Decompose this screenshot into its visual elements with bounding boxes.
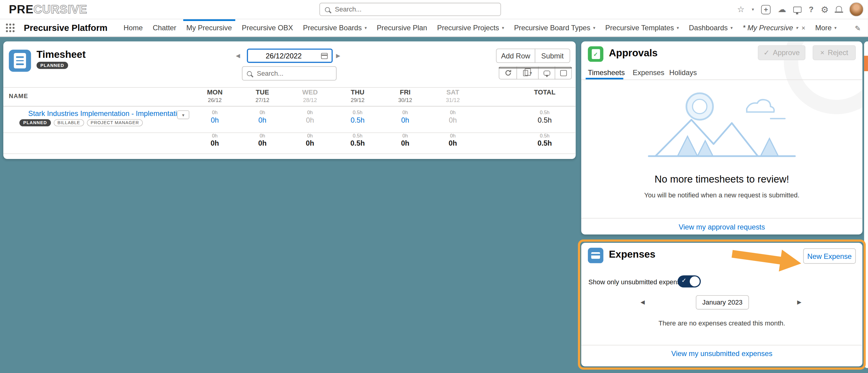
global-search[interactable] bbox=[319, 3, 501, 16]
global-search-input[interactable] bbox=[335, 5, 490, 13]
favorites-star-icon[interactable]: ☆ bbox=[737, 4, 745, 15]
help-icon[interactable]: ? bbox=[809, 5, 813, 13]
tab-timesheets[interactable]: Timesheets bbox=[588, 68, 625, 77]
chevron-down-icon[interactable]: ▾ bbox=[677, 25, 679, 30]
calendar-icon[interactable] bbox=[321, 53, 328, 59]
prev-month-arrow[interactable]: ◀ bbox=[641, 299, 645, 305]
nav-label: Precursive Projects bbox=[437, 24, 499, 32]
nav-item-precursive-obx[interactable]: Precursive OBX bbox=[237, 19, 298, 36]
reject-label: Reject bbox=[828, 49, 848, 57]
tab-holidays[interactable]: Holidays bbox=[669, 68, 697, 77]
view-approval-requests-link[interactable]: View my approval requests bbox=[679, 223, 765, 231]
project-manager-badge: PROJECT MANAGER bbox=[87, 119, 143, 126]
app-name: Precursive Platform bbox=[24, 23, 108, 33]
nav-item-precursive-plan[interactable]: Precursive Plan bbox=[372, 19, 432, 36]
calendar-view-button[interactable] bbox=[555, 66, 572, 80]
day-total: 0h bbox=[429, 139, 476, 147]
planned-hours: 0h bbox=[191, 110, 238, 115]
nav-item-precursive-board-types[interactable]: Precursive Board Types▾ bbox=[509, 19, 600, 36]
nav-item-precursive-templates[interactable]: Precursive Templates▾ bbox=[600, 19, 684, 36]
project-row-link[interactable]: Stark Industries Implementation - Implem… bbox=[28, 109, 185, 117]
chevron-down-icon[interactable]: ▾ bbox=[502, 25, 504, 30]
timesheet-cell-tue[interactable]: 0h0h bbox=[239, 110, 286, 124]
expenses-icon-doc bbox=[591, 252, 600, 259]
timesheet-search[interactable] bbox=[242, 66, 337, 81]
quick-add-icon[interactable]: + bbox=[761, 4, 771, 14]
approvals-empty-title: No more timesheets to review! bbox=[581, 174, 863, 185]
day-label: SAT bbox=[429, 88, 476, 96]
reject-button[interactable]: ×Reject bbox=[813, 45, 856, 60]
copy-button[interactable]: ▾ bbox=[517, 66, 539, 80]
nav-item-temp-my-precursive[interactable]: * My Precursive▾× bbox=[738, 19, 810, 36]
column-header-tue: TUE27/12 bbox=[239, 88, 286, 103]
nav-item-more[interactable]: More▾ bbox=[810, 19, 842, 36]
hours-link[interactable]: 0h bbox=[381, 116, 429, 124]
avatar[interactable] bbox=[849, 2, 864, 16]
timesheet-cell-thu[interactable]: 0.5h0.5h bbox=[334, 110, 381, 124]
approve-button[interactable]: ✓Approve bbox=[758, 45, 805, 60]
nav-item-home[interactable]: Home bbox=[119, 19, 148, 36]
day-total: 0.5h bbox=[334, 139, 381, 147]
prev-day-arrow[interactable]: ◀ bbox=[236, 52, 240, 58]
new-expense-button[interactable]: New Expense bbox=[803, 248, 856, 264]
unsubmitted-toggle-label: Show only unsubmitted expenses bbox=[589, 278, 687, 286]
close-icon[interactable]: × bbox=[802, 24, 805, 32]
nav-item-my-precursive[interactable]: My Precursive bbox=[181, 19, 237, 36]
hours-link[interactable]: 0.5h bbox=[334, 116, 381, 124]
chevron-down-icon[interactable]: ▾ bbox=[731, 25, 733, 30]
next-month-arrow[interactable]: ▶ bbox=[797, 299, 802, 305]
next-day-arrow[interactable]: ▶ bbox=[336, 52, 340, 58]
chevron-down-icon[interactable]: ▾ bbox=[365, 25, 367, 30]
tab-expenses[interactable]: Expenses bbox=[633, 68, 664, 77]
hours-link[interactable]: 0h bbox=[239, 116, 286, 124]
chevron-down-icon[interactable]: ▾ bbox=[593, 25, 595, 30]
refresh-button[interactable] bbox=[499, 66, 517, 80]
expenses-empty-text: There are no expenses created this month… bbox=[581, 319, 863, 327]
nav-item-precursive-projects[interactable]: Precursive Projects▾ bbox=[432, 19, 509, 36]
timesheet-icon-toolbar: ▾ bbox=[499, 66, 572, 80]
expenses-icon bbox=[588, 248, 603, 263]
unsubmitted-toggle[interactable]: ✓ bbox=[678, 275, 701, 287]
nav-item-dashboards[interactable]: Dashboards▾ bbox=[684, 19, 738, 36]
planned-hours: 0h bbox=[239, 110, 286, 115]
header-actions: ☆ ▾ + ☁ ? ⚙ bbox=[737, 0, 864, 19]
timesheet-cell-mon[interactable]: 0h0h bbox=[191, 110, 238, 124]
planned-badge: PLANNED bbox=[19, 119, 51, 126]
approvals-icon-doc: ✓ bbox=[592, 49, 600, 59]
edit-pencil-icon[interactable]: ✎ bbox=[855, 19, 861, 37]
hours-link[interactable]: 0h bbox=[191, 116, 238, 124]
totals-cell-tue: 0h0h bbox=[239, 133, 286, 147]
date-label: 30/12 bbox=[381, 97, 429, 103]
cloud-icon[interactable]: ☁ bbox=[778, 4, 786, 15]
row-dropdown-button[interactable]: ▼ bbox=[177, 111, 189, 119]
view-unsubmitted-expenses-link[interactable]: View my unsubmitted expenses bbox=[672, 349, 772, 357]
display-icon[interactable] bbox=[793, 6, 802, 12]
gear-icon[interactable]: ⚙ bbox=[821, 4, 829, 15]
timesheet-icon-doc bbox=[14, 53, 26, 68]
nav-label: More bbox=[815, 24, 831, 32]
global-header: PRECURSIVE ☆ ▾ + ☁ ? ⚙ bbox=[0, 0, 868, 19]
billable-badge: BILLABLE bbox=[54, 119, 84, 126]
planned-hours: 0.5h bbox=[334, 110, 381, 115]
comments-button[interactable] bbox=[538, 66, 555, 80]
app-launcher-icon[interactable] bbox=[5, 23, 15, 33]
month-selector[interactable]: January 2023 bbox=[696, 295, 749, 309]
column-header-wed: WED28/12 bbox=[286, 88, 334, 103]
chevron-down-icon[interactable]: ▾ bbox=[834, 25, 837, 30]
date-input[interactable] bbox=[247, 49, 333, 63]
nav-label: Precursive Plan bbox=[377, 24, 427, 32]
date-label: 29/12 bbox=[334, 97, 381, 103]
nav-item-precursive-boards[interactable]: Precursive Boards▾ bbox=[298, 19, 372, 36]
notifications-bell-icon[interactable] bbox=[836, 7, 842, 12]
column-header-thu: THU29/12 bbox=[334, 88, 381, 103]
submit-button[interactable]: Submit bbox=[535, 49, 570, 63]
favorites-chevron-icon[interactable]: ▾ bbox=[752, 7, 754, 12]
chevron-down-icon[interactable]: ▾ bbox=[796, 25, 798, 30]
add-row-button[interactable]: Add Row bbox=[496, 49, 535, 63]
search-icon bbox=[247, 71, 252, 76]
clipped-card-edge bbox=[864, 41, 868, 368]
timesheet-search-input[interactable] bbox=[257, 69, 329, 78]
timesheet-cell-fri[interactable]: 0h0h bbox=[381, 110, 429, 124]
nav-label: My Precursive bbox=[186, 24, 232, 32]
nav-item-chatter[interactable]: Chatter bbox=[148, 19, 181, 36]
